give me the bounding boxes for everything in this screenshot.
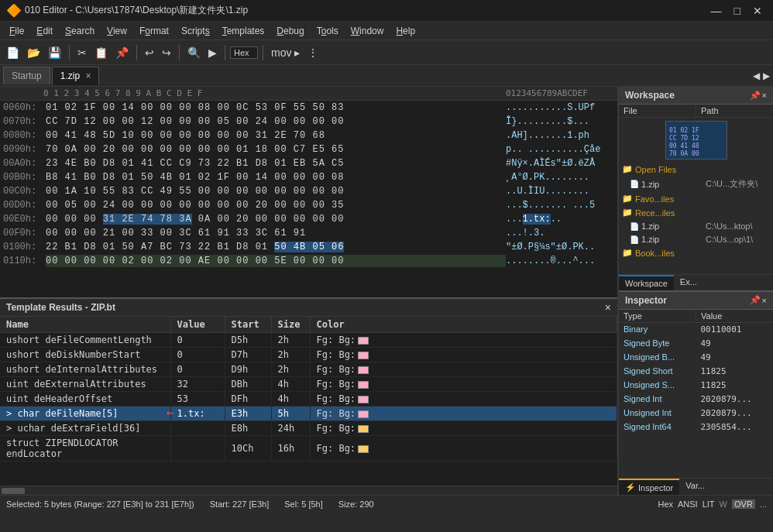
workspace-close-btn[interactable]: × xyxy=(762,91,767,101)
menu-file[interactable]: File xyxy=(3,24,30,38)
menu-edit[interactable]: Edit xyxy=(30,24,59,38)
ws-file-open-1[interactable]: 📄 1.zip C:\U...文件夹\ xyxy=(619,177,773,192)
fg-label-3: Fg: xyxy=(317,379,334,390)
menu-help[interactable]: Help xyxy=(390,24,421,38)
bg-label-6: Bg: xyxy=(333,423,356,434)
hex-content[interactable]: 0060h: 01 02 1F 00 14 00 00 00 08 00 0C … xyxy=(0,101,617,297)
ws-file-rece-1[interactable]: 📄 1.zip C:\Us...ktop\ xyxy=(619,220,773,233)
ws-tab-ex[interactable]: Ex... xyxy=(674,275,703,290)
fg-label-1: Fg: xyxy=(317,349,334,360)
bg-label-5: Bg: xyxy=(333,408,356,419)
inspector-pin-btn[interactable]: 📌 xyxy=(750,295,761,305)
template-cell-color-1: Fg: Bg: xyxy=(310,348,617,362)
color-swatch-1 xyxy=(358,352,369,359)
menu-window[interactable]: Window xyxy=(345,24,390,38)
tab-startup[interactable]: Startup xyxy=(3,67,50,84)
inspector-close-btn[interactable]: × xyxy=(762,295,767,305)
template-close-btn[interactable]: × xyxy=(605,301,611,314)
paste-button[interactable]: 📌 xyxy=(112,45,132,60)
inspector-row: Binary 00110001 xyxy=(619,323,773,337)
template-cell-color-6: Fg: Bg: xyxy=(310,421,617,436)
inspector-type-6: Unsigned Int xyxy=(619,407,696,419)
workspace-content[interactable]: 01 02 1F CC 7D 12 00 41 48 70 0A 00 📁 Op… xyxy=(619,118,773,274)
toolbar: 📄 📂 💾 ✂ 📋 📌 ↩ ↪ 🔍 ▶ mov ▸ ⋮ xyxy=(0,40,773,65)
template-cell-value-1: 0 xyxy=(170,348,225,362)
inspector-value-3: 11825 xyxy=(696,366,774,377)
template-row-5[interactable]: > char deFileName[5]←1.tx:E3h5hFg: Bg: xyxy=(0,407,617,421)
template-cell-size-1: 2h xyxy=(271,348,310,362)
insp-tab-inspector[interactable]: ⚡ Inspector xyxy=(619,479,679,495)
workspace-thumb-area: 01 02 1F CC 7D 12 00 41 48 70 0A 00 xyxy=(619,118,773,163)
ws-file-rece-2[interactable]: 📄 1.zip C:\Us...op\1\ xyxy=(619,233,773,246)
open-button[interactable]: 📂 xyxy=(24,45,43,60)
status-hex[interactable]: Hex xyxy=(658,499,673,509)
inspector-row: Signed Byte 49 xyxy=(619,337,773,351)
cut-button[interactable]: ✂ xyxy=(74,45,90,60)
template-row-6[interactable]: > uchar deExtraField[36]E8h24hFg: Bg: xyxy=(0,421,617,436)
template-row-1[interactable]: ushort deDiskNumberStart0D7h2hFg: Bg: xyxy=(0,348,617,362)
ws-rece-label: Rece...iles xyxy=(635,208,770,218)
menu-search[interactable]: Search xyxy=(59,24,101,38)
tab-nav-left[interactable]: ◀ xyxy=(753,70,760,81)
fg-label-7: Fg: xyxy=(317,443,334,454)
menu-debug[interactable]: Debug xyxy=(270,24,310,38)
menu-tools[interactable]: Tools xyxy=(311,24,345,38)
template-table-container[interactable]: Name Value Start Size Color ushort deFil… xyxy=(0,317,617,486)
inspector-value-0: 00110001 xyxy=(696,324,774,335)
minimize-button[interactable]: — xyxy=(706,3,727,19)
template-cell-name-2: ushort deInternalAttributes xyxy=(0,362,170,377)
template-cell-name-0: ushort deFileCommentLength xyxy=(0,333,170,348)
tab-file-name: 1.zip xyxy=(60,70,80,81)
status-right: Hex ANSI LIT W OVR ... xyxy=(658,499,767,509)
ws-book-label: Book...iles xyxy=(635,249,770,258)
template-row-3[interactable]: uint deExternalAttributes32DBh4hFg: Bg: xyxy=(0,377,617,392)
template-cell-value-6 xyxy=(170,421,225,436)
template-cell-name-6: > uchar deExtraField[36] xyxy=(0,421,170,436)
undo-button[interactable]: ↩ xyxy=(142,45,157,60)
status-selected: Selected: 5 bytes (Range: 227 [E3h] to 2… xyxy=(6,499,194,509)
menu-scripts[interactable]: Scripts xyxy=(175,24,216,38)
new-button[interactable]: 📄 xyxy=(3,45,22,60)
redo-button[interactable]: ↪ xyxy=(159,45,174,60)
status-lit[interactable]: LIT xyxy=(703,499,715,509)
inspector-header-btns: 📌 × xyxy=(750,295,767,305)
tab-close[interactable]: × xyxy=(85,70,91,81)
template-row-4[interactable]: uint deHeaderOffset53DFh4hFg: Bg: xyxy=(0,392,617,407)
scroll-thumb[interactable] xyxy=(2,488,25,494)
toolbar-more[interactable]: mov ▸ xyxy=(268,45,303,60)
inspector-row: Signed Int64 2305854... xyxy=(619,420,773,434)
status-ovr[interactable]: OVR xyxy=(732,499,755,509)
run-template[interactable]: ▶ xyxy=(205,45,220,60)
svg-text:00 41 48: 00 41 48 xyxy=(669,142,699,149)
save-button[interactable]: 💾 xyxy=(45,45,64,60)
template-cell-start-3: DBh xyxy=(225,377,271,392)
template-cell-color-7: Fg: Bg: xyxy=(310,436,617,462)
close-button[interactable]: ✕ xyxy=(748,3,767,19)
template-cell-value-5: 1.tx: xyxy=(170,407,225,421)
template-row-7[interactable]: struct ZIPENDLOCATOR endLocator10Ch16hFg… xyxy=(0,436,617,462)
ws-tab-workspace[interactable]: Workspace xyxy=(619,275,674,290)
menu-format[interactable]: Format xyxy=(133,24,175,38)
insp-tab-var[interactable]: Var... xyxy=(679,479,711,495)
toolbar-end[interactable]: ⋮ xyxy=(304,45,321,60)
template-scroll-bar[interactable] xyxy=(0,486,617,495)
color-swatch-0 xyxy=(358,337,369,345)
find-button[interactable]: 🔍 xyxy=(184,45,204,60)
hex-input[interactable] xyxy=(230,46,258,59)
hex-row-e0: 00E0h: 00 00 00 31 2E 74 78 3A 0A 00 20 … xyxy=(0,212,617,226)
template-row-0[interactable]: ushort deFileCommentLength0D5h2hFg: Bg: xyxy=(0,333,617,348)
template-cell-start-7: 10Ch xyxy=(225,436,271,462)
color-swatch-4 xyxy=(358,396,369,403)
window-controls: — □ ✕ xyxy=(706,3,767,19)
template-row-2[interactable]: ushort deInternalAttributes0D9h2hFg: Bg: xyxy=(0,362,617,377)
menu-templates[interactable]: Templates xyxy=(216,24,271,38)
tab-file[interactable]: 1.zip × xyxy=(52,67,100,85)
workspace-pin-btn[interactable]: 📌 xyxy=(750,91,761,101)
hex-row: 00C0h: 00 1A 10 55 83 CC 49 55 00 00 00 … xyxy=(0,184,617,198)
status-ansi[interactable]: ANSI xyxy=(678,499,698,509)
copy-button[interactable]: 📋 xyxy=(91,45,111,60)
tab-nav: ◀ ▶ xyxy=(753,70,770,81)
menu-view[interactable]: View xyxy=(101,24,133,38)
maximize-button[interactable]: □ xyxy=(730,3,745,19)
tab-nav-right[interactable]: ▶ xyxy=(763,70,770,81)
